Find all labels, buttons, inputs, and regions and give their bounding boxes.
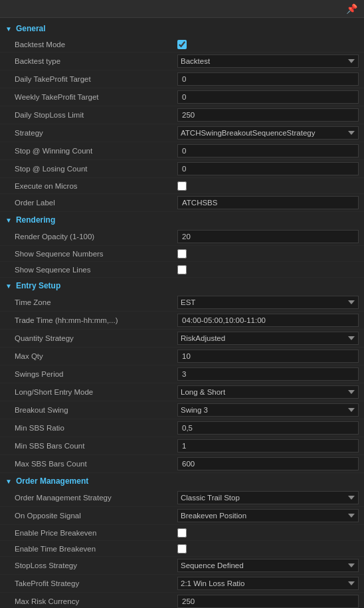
value-time-zone: ESTCSTPSTUTC: [177, 296, 359, 309]
label-swings-period: Swings Period: [15, 370, 177, 378]
section-label-rendering: Rendering: [16, 215, 55, 225]
row-stop-losing-count: Stop @ Losing Count: [0, 160, 364, 178]
input-max-qty[interactable]: [177, 350, 359, 363]
value-daily-takeprofit-target: [177, 72, 359, 86]
row-enable-time-breakeven: Enable Time Breakeven: [0, 541, 364, 557]
value-quantity-strategy: RiskAdjustedFixed: [177, 332, 359, 345]
input-render-opacity[interactable]: [177, 230, 359, 243]
label-on-opposite-signal: On Opposite Signal: [15, 512, 177, 520]
row-daily-takeprofit-target: Daily TakeProfit Target: [0, 70, 364, 88]
label-backtest-type: Backtest type: [15, 57, 177, 65]
checkbox-show-sequence-numbers[interactable]: [177, 249, 187, 258]
input-weekly-takeprofit-target[interactable]: [177, 90, 359, 104]
label-stop-winning-count: Stop @ Winning Count: [15, 147, 177, 155]
value-max-sbs-bars-count: [177, 457, 359, 470]
value-min-sbs-bars-count: [177, 439, 359, 453]
label-daily-takeprofit-target: Daily TakeProfit Target: [15, 75, 177, 83]
select-breakout-swing[interactable]: Swing 3Swing 2Swing 1: [177, 403, 359, 417]
row-swings-period: Swings Period: [0, 365, 364, 383]
value-long-short-entry-mode: Long & ShortLong OnlyShort Only: [177, 385, 359, 399]
row-max-qty: Max Qty: [0, 348, 364, 365]
row-daily-stoploss-limit: Daily StopLoss Limit: [0, 106, 364, 124]
input-stop-winning-count[interactable]: [177, 144, 359, 157]
input-stop-losing-count[interactable]: [177, 162, 359, 175]
input-swings-period[interactable]: [177, 367, 359, 381]
select-strategy[interactable]: ATCHSwingBreakoutSequenceStrategy: [177, 126, 359, 140]
value-execute-on-micros: [177, 181, 359, 191]
section-header-general[interactable]: ▼General: [0, 21, 364, 37]
value-stop-winning-count: [177, 144, 359, 157]
row-backtest-type: Backtest typeBacktestLive: [0, 52, 364, 70]
label-render-opacity: Render Opacity (1-100): [15, 233, 177, 241]
section-header-rendering[interactable]: ▼Rendering: [0, 212, 364, 228]
section-header-entry-setup[interactable]: ▼Entry Setup: [0, 278, 364, 294]
input-trade-time[interactable]: [177, 314, 359, 327]
row-render-opacity: Render Opacity (1-100): [0, 228, 364, 246]
value-backtest-mode: [177, 40, 359, 49]
row-stoploss-strategy: StopLoss StrategySequence DefinedFixed: [0, 557, 364, 575]
label-min-sbs-ratio: Min SBS Ratio: [15, 424, 177, 432]
label-backtest-mode: Backtest Mode: [15, 41, 177, 49]
row-long-short-entry-mode: Long/Short Entry ModeLong & ShortLong On…: [0, 383, 364, 401]
row-on-opposite-signal: On Opposite SignalBreakeven PositionClos…: [0, 507, 364, 525]
select-time-zone[interactable]: ESTCSTPSTUTC: [177, 296, 359, 309]
section-label-entry-setup: Entry Setup: [16, 281, 60, 290]
label-stoploss-strategy: StopLoss Strategy: [15, 561, 177, 569]
input-max-sbs-bars-count[interactable]: [177, 457, 359, 470]
row-show-sequence-lines: Show Sequence Lines: [0, 262, 364, 278]
label-quantity-strategy: Quantity Strategy: [15, 334, 177, 342]
value-enable-time-breakeven: [177, 544, 359, 554]
value-stop-losing-count: [177, 162, 359, 175]
section-label-order-management: Order Management: [16, 476, 88, 486]
row-show-sequence-numbers: Show Sequence Numbers: [0, 246, 364, 262]
label-max-risk-currency: Max Risk Currency: [15, 597, 177, 605]
checkbox-show-sequence-lines[interactable]: [177, 265, 187, 274]
select-backtest-type[interactable]: BacktestLive: [177, 54, 359, 68]
value-backtest-type: BacktestLive: [177, 54, 359, 68]
row-backtest-mode: Backtest Mode: [0, 37, 364, 52]
label-takeprofit-strategy: TakeProfit Strategy: [15, 579, 177, 587]
value-strategy: ATCHSwingBreakoutSequenceStrategy: [177, 126, 359, 140]
select-takeprofit-strategy[interactable]: 2:1 Win Loss Ratio3:1 Win Loss Ratio: [177, 577, 359, 590]
section-header-order-management[interactable]: ▼Order Management: [0, 473, 364, 489]
row-order-label: Order Label: [0, 194, 364, 212]
row-min-sbs-ratio: Min SBS Ratio: [0, 419, 364, 437]
value-swings-period: [177, 367, 359, 381]
value-order-management-strategy: Classic Trail StopFixed Stop: [177, 491, 359, 504]
label-execute-on-micros: Execute on Micros: [15, 182, 177, 190]
select-order-management-strategy[interactable]: Classic Trail StopFixed Stop: [177, 491, 359, 504]
input-daily-takeprofit-target[interactable]: [177, 72, 359, 86]
row-max-risk-currency: Max Risk Currency: [0, 593, 364, 608]
label-show-sequence-lines: Show Sequence Lines: [15, 266, 177, 274]
label-long-short-entry-mode: Long/Short Entry Mode: [15, 388, 177, 396]
label-max-qty: Max Qty: [15, 352, 177, 360]
arrow-icon-order-management: ▼: [5, 478, 12, 485]
section-label-general: General: [16, 24, 46, 33]
input-max-risk-currency[interactable]: [177, 595, 359, 608]
select-long-short-entry-mode[interactable]: Long & ShortLong OnlyShort Only: [177, 385, 359, 399]
checkbox-enable-time-breakeven[interactable]: [177, 544, 187, 554]
input-daily-stoploss-limit[interactable]: [177, 108, 359, 122]
row-time-zone: Time ZoneESTCSTPSTUTC: [0, 294, 364, 312]
value-trade-time: [177, 314, 359, 327]
input-min-sbs-ratio[interactable]: [177, 421, 359, 435]
pin-icon[interactable]: 📌: [346, 3, 357, 14]
input-order-label[interactable]: [177, 196, 359, 209]
select-on-opposite-signal[interactable]: Breakeven PositionClose Position: [177, 509, 359, 522]
row-max-sbs-bars-count: Max SBS Bars Count: [0, 455, 364, 473]
input-min-sbs-bars-count[interactable]: [177, 439, 359, 453]
arrow-icon-general: ▼: [5, 25, 12, 33]
value-daily-stoploss-limit: [177, 108, 359, 122]
label-enable-time-breakeven: Enable Time Breakeven: [15, 545, 177, 553]
label-show-sequence-numbers: Show Sequence Numbers: [15, 250, 177, 258]
label-enable-price-breakeven: Enable Price Breakeven: [15, 529, 177, 537]
label-trade-time: Trade Time (hh:mm-hh:mm,...): [15, 316, 177, 324]
checkbox-backtest-mode[interactable]: [177, 40, 187, 49]
value-max-risk-currency: [177, 595, 359, 608]
select-stoploss-strategy[interactable]: Sequence DefinedFixed: [177, 559, 359, 572]
value-render-opacity: [177, 230, 359, 243]
checkbox-enable-price-breakeven[interactable]: [177, 528, 187, 538]
select-quantity-strategy[interactable]: RiskAdjustedFixed: [177, 332, 359, 345]
checkbox-execute-on-micros[interactable]: [177, 181, 187, 191]
value-stoploss-strategy: Sequence DefinedFixed: [177, 559, 359, 572]
